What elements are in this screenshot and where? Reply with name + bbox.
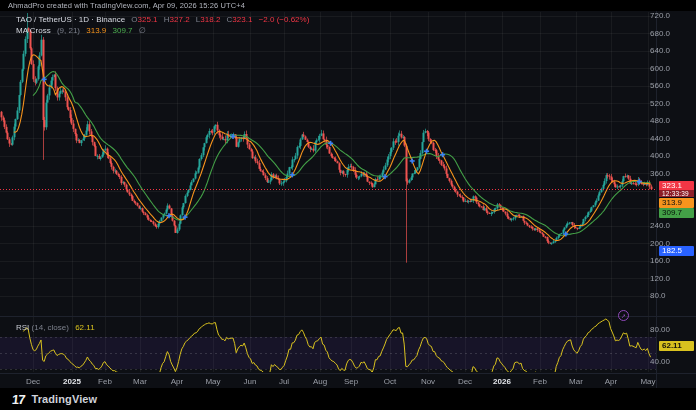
- time-axis-label: Apr: [171, 377, 183, 386]
- time-axis-label: Aug: [313, 377, 327, 386]
- ma-indicator-name: MA Cross: [16, 26, 51, 35]
- rsi-value: 62.11: [75, 323, 94, 332]
- price-axis-tick: 720.0: [650, 11, 690, 20]
- price-axis-tick: 400.0: [650, 151, 690, 160]
- ma-cross-legend-row[interactable]: MA Cross (9, 21) 313.9 309.7 ∅: [16, 25, 309, 36]
- time-axis-label: May: [205, 377, 220, 386]
- time-axis-label: Dec: [26, 377, 40, 386]
- price-axis-tick: 560.0: [650, 81, 690, 90]
- rsi-axis-label: 62.11: [659, 341, 694, 351]
- price-axis-tick: 160.0: [650, 256, 690, 265]
- bar-countdown: 12:33:39: [659, 190, 694, 197]
- rsi-legend-row[interactable]: RSI (14, close) 62.11: [16, 323, 95, 332]
- price-axis-tick: 520.0: [650, 99, 690, 108]
- price-axis-tick: 440.0: [650, 134, 690, 143]
- low-value: 318.2: [200, 15, 220, 24]
- close-value: 323.1: [232, 15, 252, 24]
- high-value: 327.2: [170, 15, 190, 24]
- price-axis-tick: 240.0: [650, 221, 690, 230]
- tradingview-chart-snapshot: AhmadPro created with TradingView.com, A…: [0, 0, 696, 410]
- time-axis-label: Sep: [344, 377, 358, 386]
- last-price-value: 323.1: [662, 181, 694, 190]
- time-axis-label: Feb: [533, 377, 547, 386]
- ma-slow-value: 309.7: [113, 26, 133, 35]
- footer-bar: 17 TradingView: [0, 388, 696, 410]
- time-axis-label: Jun: [244, 377, 257, 386]
- ma-fast-value: 313.9: [86, 26, 106, 35]
- price-chart-canvas[interactable]: [0, 0, 696, 410]
- ma-indicator-params: (9, 21): [57, 26, 80, 35]
- price-axis-tick: 640.0: [650, 46, 690, 55]
- price-axis-tick: 480.0: [650, 116, 690, 125]
- time-axis-label: May: [640, 377, 655, 386]
- ma-slow-axis-label: 309.7: [659, 208, 694, 218]
- rsi-indicator-name: RSI: [16, 323, 29, 332]
- time-axis-label: Feb: [98, 377, 112, 386]
- time-axis-label: Apr: [605, 377, 617, 386]
- time-axis-label: Mar: [569, 377, 583, 386]
- tradingview-logo-icon[interactable]: 17: [11, 392, 25, 407]
- rsi-axis-tick-high: 80.00: [650, 325, 690, 334]
- change-value: −2.0 (−0.62%): [259, 15, 310, 24]
- time-axis-label: Mar: [133, 377, 147, 386]
- time-axis-label: Oct: [384, 377, 396, 386]
- price-axis-tick: 80.0: [650, 291, 690, 300]
- alert-price-label: 182.5: [659, 246, 694, 256]
- symbol-title: TAO / TetherUS · 1D · Binance: [16, 15, 125, 24]
- price-axis-tick: 680.0: [650, 29, 690, 38]
- time-axis-label: Nov: [421, 377, 435, 386]
- time-axis-label: 2025: [63, 377, 81, 386]
- chart-legend: TAO / TetherUS · 1D · Binance O325.1 H32…: [16, 14, 309, 36]
- pane-badge-icon[interactable]: ➚: [618, 310, 629, 321]
- ma-cross-empty-icon: ∅: [139, 26, 146, 35]
- time-axis-label: Jul: [279, 377, 289, 386]
- attribution-text: AhmadPro created with TradingView.com, A…: [8, 1, 245, 10]
- symbol-legend-row[interactable]: TAO / TetherUS · 1D · Binance O325.1 H32…: [16, 14, 309, 25]
- rsi-indicator-params: (14, close): [32, 323, 69, 332]
- time-axis-label: 2026: [493, 377, 511, 386]
- open-value: 325.1: [138, 15, 158, 24]
- tradingview-brand-text[interactable]: TradingView: [31, 393, 97, 405]
- ma-fast-axis-label: 313.9: [659, 198, 694, 208]
- time-axis-label: Dec: [458, 377, 472, 386]
- price-axis-tick: 600.0: [650, 64, 690, 73]
- price-axis-tick: 360.0: [650, 169, 690, 178]
- rsi-axis-tick-low: 40.00: [650, 357, 690, 366]
- price-axis-tick: 120.0: [650, 274, 690, 283]
- last-price-label: 323.1 12:33:39: [659, 181, 694, 197]
